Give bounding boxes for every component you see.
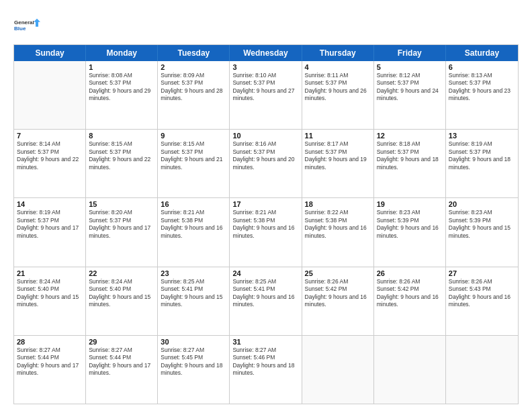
day-number: 25 — [305, 269, 371, 277]
day-number: 30 — [161, 338, 226, 346]
calendar-cell: 13Sunrise: 8:19 AMSunset: 5:37 PMDayligh… — [446, 130, 518, 197]
day-info: Sunrise: 8:09 AMSunset: 5:37 PMDaylight:… — [161, 72, 226, 103]
calendar-cell: 26Sunrise: 8:26 AMSunset: 5:42 PMDayligh… — [374, 267, 446, 335]
calendar-cell: 18Sunrise: 8:22 AMSunset: 5:38 PMDayligh… — [302, 198, 374, 266]
calendar-cell: 24Sunrise: 8:25 AMSunset: 5:41 PMDayligh… — [230, 267, 302, 335]
day-info: Sunrise: 8:12 AMSunset: 5:37 PMDaylight:… — [377, 72, 443, 103]
day-info: Sunrise: 8:20 AMSunset: 5:37 PMDaylight:… — [89, 209, 154, 240]
calendar-cell: 15Sunrise: 8:20 AMSunset: 5:37 PMDayligh… — [86, 198, 158, 266]
day-number: 3 — [232, 63, 298, 71]
day-info: Sunrise: 8:08 AMSunset: 5:37 PMDaylight:… — [89, 72, 154, 103]
weekday-header-thursday: Thursday — [302, 45, 374, 61]
day-number: 28 — [17, 338, 83, 346]
day-info: Sunrise: 8:23 AMSunset: 5:39 PMDaylight:… — [377, 209, 443, 240]
day-info: Sunrise: 8:24 AMSunset: 5:40 PMDaylight:… — [17, 278, 83, 309]
day-info: Sunrise: 8:27 AMSunset: 5:45 PMDaylight:… — [161, 347, 226, 377]
day-number: 1 — [89, 63, 154, 71]
calendar-cell: 4Sunrise: 8:11 AMSunset: 5:37 PMDaylight… — [302, 61, 374, 129]
day-number: 19 — [377, 200, 443, 208]
logo: General Blue — [13, 12, 40, 39]
day-number: 11 — [305, 132, 371, 140]
calendar-header: SundayMondayTuesdayWednesdayThursdayFrid… — [14, 45, 518, 61]
day-info: Sunrise: 8:22 AMSunset: 5:38 PMDaylight:… — [305, 209, 371, 240]
calendar-cell: 10Sunrise: 8:16 AMSunset: 5:37 PMDayligh… — [230, 130, 302, 197]
calendar-cell: 17Sunrise: 8:21 AMSunset: 5:38 PMDayligh… — [230, 198, 302, 266]
day-number: 8 — [89, 132, 154, 140]
day-number: 14 — [17, 200, 83, 208]
day-number: 26 — [377, 269, 443, 277]
day-info: Sunrise: 8:27 AMSunset: 5:44 PMDaylight:… — [17, 347, 83, 377]
day-info: Sunrise: 8:15 AMSunset: 5:37 PMDaylight:… — [161, 140, 226, 171]
day-info: Sunrise: 8:23 AMSunset: 5:39 PMDaylight:… — [449, 209, 515, 240]
calendar-row-3: 21Sunrise: 8:24 AMSunset: 5:40 PMDayligh… — [14, 267, 518, 336]
calendar-cell: 3Sunrise: 8:10 AMSunset: 5:37 PMDaylight… — [230, 61, 302, 129]
weekday-header-tuesday: Tuesday — [158, 45, 230, 61]
day-info: Sunrise: 8:13 AMSunset: 5:37 PMDaylight:… — [449, 72, 515, 103]
day-info: Sunrise: 8:19 AMSunset: 5:37 PMDaylight:… — [449, 140, 515, 171]
calendar-cell: 8Sunrise: 8:15 AMSunset: 5:37 PMDaylight… — [86, 130, 158, 197]
logo-svg: General Blue — [13, 12, 40, 39]
weekday-header-friday: Friday — [374, 45, 446, 61]
calendar-cell: 5Sunrise: 8:12 AMSunset: 5:37 PMDaylight… — [374, 61, 446, 129]
day-number: 10 — [232, 132, 298, 140]
calendar-row-0: 1Sunrise: 8:08 AMSunset: 5:37 PMDaylight… — [14, 61, 518, 130]
day-number: 22 — [89, 269, 154, 277]
calendar-cell: 9Sunrise: 8:15 AMSunset: 5:37 PMDaylight… — [158, 130, 230, 197]
weekday-header-sunday: Sunday — [14, 45, 86, 61]
day-number: 4 — [305, 63, 371, 71]
day-info: Sunrise: 8:10 AMSunset: 5:37 PMDaylight:… — [232, 72, 298, 103]
calendar-cell: 6Sunrise: 8:13 AMSunset: 5:37 PMDaylight… — [446, 61, 518, 129]
day-info: Sunrise: 8:27 AMSunset: 5:46 PMDaylight:… — [232, 347, 298, 377]
day-info: Sunrise: 8:15 AMSunset: 5:37 PMDaylight:… — [89, 140, 154, 171]
calendar: SundayMondayTuesdayWednesdayThursdayFrid… — [13, 44, 519, 404]
day-number: 18 — [305, 200, 371, 208]
svg-marker-2 — [34, 19, 40, 27]
day-info: Sunrise: 8:25 AMSunset: 5:41 PMDaylight:… — [161, 278, 226, 309]
calendar-cell: 16Sunrise: 8:21 AMSunset: 5:38 PMDayligh… — [158, 198, 230, 266]
calendar-cell: 11Sunrise: 8:17 AMSunset: 5:37 PMDayligh… — [302, 130, 374, 197]
day-info: Sunrise: 8:11 AMSunset: 5:37 PMDaylight:… — [305, 72, 371, 103]
calendar-cell: 19Sunrise: 8:23 AMSunset: 5:39 PMDayligh… — [374, 198, 446, 266]
weekday-header-wednesday: Wednesday — [230, 45, 302, 61]
calendar-cell — [302, 336, 374, 404]
calendar-cell: 1Sunrise: 8:08 AMSunset: 5:37 PMDaylight… — [86, 61, 158, 129]
day-info: Sunrise: 8:26 AMSunset: 5:43 PMDaylight:… — [449, 278, 515, 309]
calendar-row-1: 7Sunrise: 8:14 AMSunset: 5:37 PMDaylight… — [14, 130, 518, 198]
calendar-cell: 27Sunrise: 8:26 AMSunset: 5:43 PMDayligh… — [446, 267, 518, 335]
day-number: 24 — [232, 269, 298, 277]
calendar-cell — [446, 336, 518, 404]
day-number: 5 — [377, 63, 443, 71]
day-number: 21 — [17, 269, 83, 277]
day-info: Sunrise: 8:16 AMSunset: 5:37 PMDaylight:… — [232, 140, 298, 171]
header: General Blue — [13, 12, 519, 39]
day-number: 23 — [161, 269, 226, 277]
day-info: Sunrise: 8:17 AMSunset: 5:37 PMDaylight:… — [305, 140, 371, 171]
day-info: Sunrise: 8:27 AMSunset: 5:44 PMDaylight:… — [89, 347, 154, 377]
day-number: 15 — [89, 200, 154, 208]
calendar-cell: 22Sunrise: 8:24 AMSunset: 5:40 PMDayligh… — [86, 267, 158, 335]
day-number: 29 — [89, 338, 154, 346]
calendar-row-2: 14Sunrise: 8:19 AMSunset: 5:37 PMDayligh… — [14, 198, 518, 267]
day-info: Sunrise: 8:25 AMSunset: 5:41 PMDaylight:… — [232, 278, 298, 309]
svg-text:Blue: Blue — [14, 26, 26, 32]
day-info: Sunrise: 8:24 AMSunset: 5:40 PMDaylight:… — [89, 278, 154, 309]
calendar-cell: 14Sunrise: 8:19 AMSunset: 5:37 PMDayligh… — [14, 198, 86, 266]
day-number: 2 — [161, 63, 226, 71]
calendar-cell: 29Sunrise: 8:27 AMSunset: 5:44 PMDayligh… — [86, 336, 158, 404]
day-info: Sunrise: 8:21 AMSunset: 5:38 PMDaylight:… — [232, 209, 298, 240]
calendar-body: 1Sunrise: 8:08 AMSunset: 5:37 PMDaylight… — [14, 61, 518, 404]
calendar-cell — [374, 336, 446, 404]
day-number: 16 — [161, 200, 226, 208]
day-info: Sunrise: 8:14 AMSunset: 5:37 PMDaylight:… — [17, 140, 83, 171]
day-info: Sunrise: 8:21 AMSunset: 5:38 PMDaylight:… — [161, 209, 226, 240]
calendar-cell: 25Sunrise: 8:26 AMSunset: 5:42 PMDayligh… — [302, 267, 374, 335]
day-number: 12 — [377, 132, 443, 140]
calendar-cell: 30Sunrise: 8:27 AMSunset: 5:45 PMDayligh… — [158, 336, 230, 404]
day-number: 9 — [161, 132, 226, 140]
day-info: Sunrise: 8:18 AMSunset: 5:37 PMDaylight:… — [377, 140, 443, 171]
weekday-header-saturday: Saturday — [446, 45, 518, 61]
calendar-row-4: 28Sunrise: 8:27 AMSunset: 5:44 PMDayligh… — [14, 336, 518, 404]
calendar-cell: 31Sunrise: 8:27 AMSunset: 5:46 PMDayligh… — [230, 336, 302, 404]
day-info: Sunrise: 8:26 AMSunset: 5:42 PMDaylight:… — [377, 278, 443, 309]
page: General Blue SundayMondayTuesdayWednesda… — [0, 0, 532, 411]
